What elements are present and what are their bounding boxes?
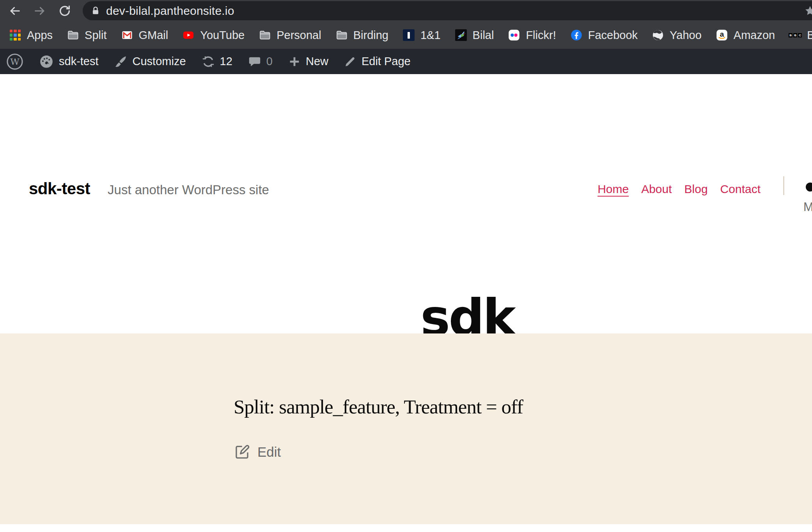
- youtube-icon: [183, 29, 194, 41]
- reload-icon: [58, 4, 71, 18]
- wp-logo-menu[interactable]: W: [6, 53, 23, 70]
- globe-icon: [652, 29, 664, 41]
- nav-link-blog[interactable]: Blog: [684, 183, 708, 196]
- site-name-menu[interactable]: sdk-test: [39, 54, 99, 69]
- edit-icon: [234, 444, 250, 460]
- update-icon: [202, 55, 215, 68]
- back-button[interactable]: [8, 4, 22, 18]
- svg-text:a: a: [720, 30, 724, 38]
- site-title[interactable]: sdk-test: [29, 179, 90, 198]
- facebook-icon: [571, 29, 582, 41]
- gauge-icon: [39, 54, 54, 69]
- customize-label: Customize: [133, 55, 186, 68]
- edit-label: Edit: [257, 444, 281, 460]
- wordpress-logo-icon: W: [6, 53, 23, 70]
- url-text: dev-bilal.pantheonsite.io: [106, 4, 234, 18]
- nav-link-contact[interactable]: Contact: [720, 183, 761, 196]
- gmail-icon: [121, 29, 133, 41]
- customize-menu[interactable]: Customize: [114, 55, 186, 68]
- updates-menu[interactable]: 12: [202, 55, 232, 68]
- bookmark-bilal[interactable]: Bilal: [455, 29, 494, 42]
- bookmark-birding-folder[interactable]: Birding: [336, 29, 388, 42]
- bookmark-apps[interactable]: Apps: [9, 29, 53, 42]
- browser-toolbar: dev-bilal.pantheonsite.io: [0, 0, 812, 21]
- bookmark-youtube[interactable]: YouTube: [183, 29, 245, 42]
- comment-bubble-icon: [248, 55, 261, 68]
- bookmark-bbc[interactable]: BBC BBC: [789, 29, 812, 42]
- nav-link-home[interactable]: Home: [597, 183, 629, 196]
- wp-admin-bar: W sdk-test Customize 12 0 New Edit Page: [0, 49, 812, 74]
- bbc-blocks-icon: BBC: [789, 29, 801, 41]
- bookmark-star-button[interactable]: [804, 5, 812, 18]
- bookmark-facebook[interactable]: Facebook: [571, 29, 638, 42]
- paintbrush-icon: [114, 55, 128, 68]
- bookmark-split-folder[interactable]: Split: [67, 29, 106, 42]
- split-status-text: Split: sample_feature, Treatment = off: [234, 395, 523, 418]
- one-and-one-icon: [403, 29, 415, 41]
- reload-button[interactable]: [58, 4, 72, 18]
- bookmarks-bar: Apps Split GMail YouTube Personal Birdin…: [0, 21, 812, 49]
- site-branding: sdk-test Just another WordPress site: [29, 179, 269, 198]
- forward-arrow-icon: [33, 4, 46, 18]
- folder-icon: [336, 29, 347, 41]
- comments-count: 0: [266, 55, 273, 68]
- edit-page-label: Edit Page: [362, 55, 411, 68]
- primary-nav: Home About Blog Contact: [597, 183, 761, 196]
- bookmark-1and1[interactable]: 1&1: [403, 29, 441, 42]
- star-icon: [804, 5, 812, 17]
- apps-grid-icon: [9, 29, 21, 41]
- browser-chrome: dev-bilal.pantheonsite.io Apps Split GMa…: [0, 0, 812, 49]
- post-section: [0, 333, 812, 524]
- site-main: sdk-test Just another WordPress site Hom…: [0, 74, 812, 333]
- amazon-icon: a: [716, 29, 728, 41]
- comments-menu[interactable]: 0: [248, 55, 273, 68]
- site-name-label: sdk-test: [59, 55, 99, 68]
- plus-icon: [288, 55, 301, 68]
- edit-post-link[interactable]: Edit: [234, 444, 281, 460]
- next-section-strip: [0, 524, 812, 532]
- hummingbird-icon: [455, 29, 467, 41]
- site-tagline: Just another WordPress site: [108, 183, 269, 197]
- bookmark-amazon[interactable]: a Amazon: [716, 29, 775, 42]
- flickr-icon: [508, 29, 520, 41]
- new-label: New: [306, 55, 328, 68]
- bookmark-flickr[interactable]: Flickr!: [508, 29, 556, 42]
- nav-link-about[interactable]: About: [641, 183, 672, 196]
- pencil-icon: [344, 55, 356, 68]
- back-arrow-icon: [8, 4, 21, 18]
- forward-button[interactable]: [33, 4, 47, 18]
- lock-icon: [90, 6, 101, 16]
- new-content-menu[interactable]: New: [288, 55, 328, 68]
- folder-icon: [67, 29, 79, 41]
- search-toggle-icon[interactable]: [806, 183, 812, 192]
- bookmark-yahoo[interactable]: Yahoo: [652, 29, 702, 42]
- updates-count: 12: [220, 55, 232, 68]
- address-bar[interactable]: dev-bilal.pantheonsite.io: [83, 1, 812, 20]
- edit-page-menu[interactable]: Edit Page: [344, 55, 411, 68]
- svg-text:W: W: [10, 57, 20, 67]
- header-divider: [783, 176, 784, 195]
- bookmark-personal-folder[interactable]: Personal: [259, 29, 321, 42]
- bookmark-gmail[interactable]: GMail: [121, 29, 168, 42]
- folder-icon: [259, 29, 271, 41]
- menu-toggle-clipped[interactable]: M: [803, 200, 812, 214]
